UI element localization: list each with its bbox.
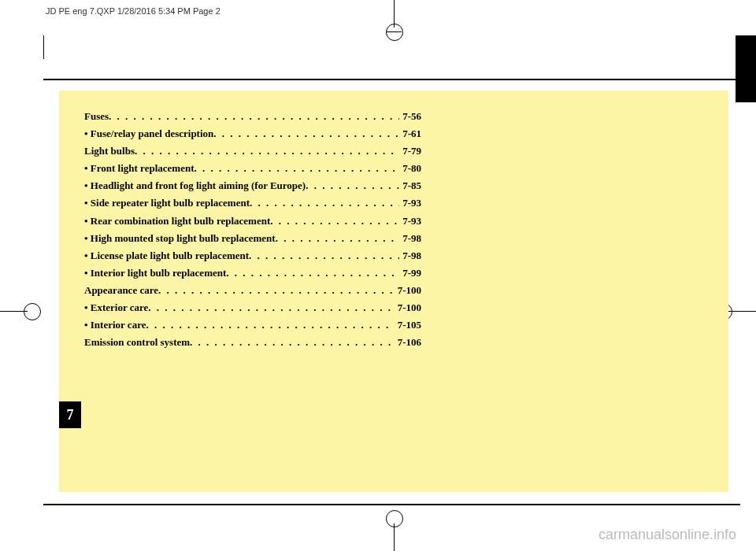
toc-page-number: 7-85 (399, 177, 421, 194)
toc-leader-dots: . . . . . . . . . . . . . . . . . . . . … (226, 264, 399, 282)
toc-entry: • Front light replacement . . . . . . . … (84, 160, 421, 177)
toc-label: • Interior care (84, 316, 146, 334)
toc-label: • High mounted stop light bulb replaceme… (84, 230, 276, 247)
toc-entry: Appearance care . . . . . . . . . . . . … (84, 282, 421, 299)
toc-page-number: 7-98 (399, 230, 421, 247)
toc-entry: Emission control system . . . . . . . . … (84, 334, 421, 351)
toc-label: • Fuse/relay panel description (84, 125, 213, 142)
toc-entry: • Rear combination light bulb replacemen… (84, 213, 421, 230)
toc-label: • Rear combination light bulb replacemen… (84, 213, 270, 230)
toc-label: • Front light replacement (84, 160, 194, 177)
side-black-tab (736, 35, 756, 102)
toc-page-number: 7-98 (399, 247, 421, 264)
bottom-horizontal-rule (43, 504, 740, 505)
toc-label: • License plate light bulb replacement (84, 247, 249, 264)
watermark-text: carmanualsonline.info (598, 527, 736, 543)
toc-page-number: 7-80 (399, 160, 421, 177)
toc-entry: • License plate light bulb replacement .… (84, 247, 421, 264)
toc-label: • Headlight and front fog light aiming (… (84, 177, 306, 194)
toc-label: Light bulbs (84, 142, 135, 160)
toc-entry: • High mounted stop light bulb replaceme… (84, 230, 421, 247)
toc-entry: • Headlight and front fog light aiming (… (84, 177, 421, 194)
content-area: Fuses . . . . . . . . . . . . . . . . . … (59, 91, 728, 492)
toc-leader-dots: . . . . . . . . . . . . . . . . . . . . … (276, 230, 399, 247)
toc-page-number: 7-105 (395, 316, 421, 334)
toc-page-number: 7-106 (395, 334, 421, 351)
toc-label: Emission control system (84, 334, 190, 351)
file-header-info: JD PE eng 7.QXP 1/28/2016 5:34 PM Page 2 (46, 6, 220, 16)
toc-entry: • Side repeater light bulb replacement .… (84, 194, 421, 212)
corner-mark (43, 35, 44, 59)
toc-label: • Side repeater light bulb replacement (84, 194, 250, 212)
toc-entry: Fuses . . . . . . . . . . . . . . . . . … (84, 108, 421, 125)
toc-label: • Interior light bulb replacement (84, 264, 226, 282)
toc-entry: • Interior care . . . . . . . . . . . . … (84, 316, 421, 334)
toc-page-number: 7-93 (399, 213, 421, 230)
toc-leader-dots: . . . . . . . . . . . . . . . . . . . . … (213, 125, 399, 142)
toc-leader-dots: . . . . . . . . . . . . . . . . . . . . … (158, 282, 395, 299)
toc-leader-dots: . . . . . . . . . . . . . . . . . . . . … (135, 142, 399, 160)
crop-mark-top (394, 0, 395, 28)
toc-leader-dots: . . . . . . . . . . . . . . . . . . . . … (194, 160, 399, 177)
toc-entry: • Fuse/relay panel description . . . . .… (84, 125, 421, 142)
toc-leader-dots: . . . . . . . . . . . . . . . . . . . . … (270, 213, 399, 230)
toc-page-number: 7-61 (399, 125, 421, 142)
crop-mark-right (728, 311, 756, 312)
toc-label: Fuses (84, 108, 109, 125)
toc-leader-dots: . . . . . . . . . . . . . . . . . . . . … (109, 108, 399, 125)
toc-page-number: 7-56 (399, 108, 421, 125)
top-horizontal-rule (43, 79, 740, 80)
toc-leader-dots: . . . . . . . . . . . . . . . . . . . . … (146, 316, 394, 334)
toc-page-number: 7-100 (395, 282, 421, 299)
toc-page-number: 7-93 (399, 194, 421, 212)
toc-leader-dots: . . . . . . . . . . . . . . . . . . . . … (148, 299, 394, 316)
toc-entry: • Interior light bulb replacement . . . … (84, 264, 421, 282)
toc-page-number: 7-79 (399, 142, 421, 160)
toc-label: Appearance care (84, 282, 158, 299)
toc-label: • Exterior care (84, 299, 148, 316)
toc-leader-dots: . . . . . . . . . . . . . . . . . . . . … (190, 334, 395, 351)
table-of-contents: Fuses . . . . . . . . . . . . . . . . . … (59, 91, 421, 351)
crop-mark-left (0, 311, 28, 312)
toc-page-number: 7-99 (399, 264, 421, 282)
toc-leader-dots: . . . . . . . . . . . . . . . . . . . . … (250, 194, 399, 212)
crop-mark-bottom (394, 523, 395, 551)
chapter-tab: 7 (59, 401, 81, 428)
toc-leader-dots: . . . . . . . . . . . . . . . . . . . . … (306, 177, 399, 194)
toc-entry: Light bulbs . . . . . . . . . . . . . . … (84, 142, 421, 160)
toc-page-number: 7-100 (395, 299, 421, 316)
toc-leader-dots: . . . . . . . . . . . . . . . . . . . . … (249, 247, 399, 264)
toc-entry: • Exterior care . . . . . . . . . . . . … (84, 299, 421, 316)
chapter-number: 7 (67, 407, 74, 423)
